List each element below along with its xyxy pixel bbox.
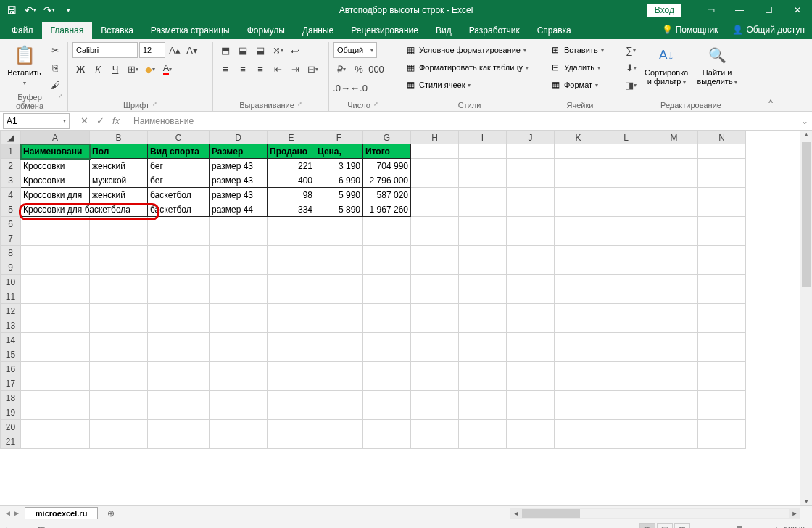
cell[interactable]: бег bbox=[148, 173, 210, 188]
cell[interactable] bbox=[268, 289, 315, 304]
cell[interactable] bbox=[602, 347, 650, 362]
cell[interactable] bbox=[411, 260, 459, 275]
cell[interactable] bbox=[210, 304, 268, 318]
cell[interactable] bbox=[90, 434, 148, 449]
cell[interactable] bbox=[21, 231, 90, 246]
font-color-icon[interactable]: A bbox=[160, 61, 175, 77]
cell[interactable] bbox=[21, 391, 90, 405]
cell[interactable] bbox=[363, 434, 411, 449]
cell[interactable]: 3 190 bbox=[315, 159, 363, 173]
cell[interactable]: Цена, bbox=[315, 144, 363, 159]
dialog-launcher-icon[interactable]: ⤢ bbox=[373, 101, 378, 110]
name-box[interactable]: A1▾ bbox=[3, 113, 70, 129]
cell[interactable] bbox=[90, 362, 148, 376]
cell[interactable] bbox=[411, 420, 459, 434]
cell[interactable] bbox=[363, 289, 411, 304]
cell[interactable] bbox=[411, 188, 459, 202]
cell[interactable] bbox=[507, 304, 555, 318]
maximize-icon[interactable]: ☐ bbox=[754, 0, 783, 20]
cell[interactable] bbox=[555, 173, 602, 188]
sheet-tab[interactable]: microexcel.ru bbox=[25, 507, 99, 519]
cell[interactable]: Размер bbox=[210, 144, 268, 159]
cell[interactable] bbox=[148, 246, 210, 260]
cell[interactable] bbox=[363, 231, 411, 246]
orientation-icon[interactable]: ⤭ bbox=[270, 42, 286, 58]
row-header[interactable]: 9 bbox=[1, 260, 21, 275]
qa-customize-icon[interactable]: ▾ bbox=[59, 1, 77, 19]
cell[interactable] bbox=[268, 347, 315, 362]
zoom-in-icon[interactable]: + bbox=[774, 525, 779, 529]
cell[interactable]: баскетбол bbox=[148, 188, 210, 202]
cell[interactable] bbox=[411, 376, 459, 391]
cell[interactable]: размер 43 bbox=[210, 188, 268, 202]
cell[interactable] bbox=[315, 391, 363, 405]
cell[interactable] bbox=[268, 275, 315, 289]
align-left-icon[interactable]: ≡ bbox=[218, 61, 233, 77]
save-icon[interactable]: 🖫 bbox=[3, 1, 20, 19]
cell[interactable] bbox=[148, 304, 210, 318]
cell[interactable] bbox=[268, 434, 315, 449]
cell[interactable] bbox=[411, 173, 459, 188]
column-header[interactable]: A bbox=[21, 131, 90, 144]
cell[interactable] bbox=[315, 376, 363, 391]
cell[interactable] bbox=[315, 289, 363, 304]
row-header[interactable]: 13 bbox=[1, 318, 21, 333]
cell[interactable] bbox=[268, 304, 315, 318]
cell[interactable] bbox=[148, 362, 210, 376]
collapse-ribbon-icon[interactable]: ^ bbox=[763, 42, 778, 111]
cell[interactable] bbox=[363, 318, 411, 333]
cell[interactable] bbox=[268, 231, 315, 246]
cell[interactable] bbox=[602, 202, 650, 217]
align-right-icon[interactable]: ≡ bbox=[252, 61, 268, 77]
row-header[interactable]: 3 bbox=[1, 173, 21, 188]
cell[interactable] bbox=[459, 260, 507, 275]
paste-button[interactable]: 📋 Вставить bbox=[4, 42, 44, 88]
cell[interactable] bbox=[698, 304, 746, 318]
cell[interactable] bbox=[411, 405, 459, 420]
bold-button[interactable]: Ж bbox=[72, 61, 88, 77]
cell[interactable] bbox=[315, 304, 363, 318]
format-cells-button[interactable]: ▦Формат bbox=[547, 77, 601, 93]
cell[interactable] bbox=[650, 289, 698, 304]
clear-icon[interactable]: ◨ bbox=[623, 77, 639, 93]
cell[interactable]: женский bbox=[90, 159, 148, 173]
underline-button[interactable]: Ч bbox=[107, 61, 123, 77]
tab-insert[interactable]: Вставка bbox=[92, 22, 142, 39]
copy-icon[interactable]: ⎘ bbox=[47, 59, 63, 75]
cell[interactable] bbox=[148, 376, 210, 391]
cell[interactable] bbox=[411, 304, 459, 318]
cell[interactable] bbox=[315, 231, 363, 246]
cell[interactable] bbox=[602, 275, 650, 289]
view-page-layout-icon[interactable]: ▤ bbox=[657, 523, 673, 529]
column-header[interactable]: G bbox=[363, 131, 411, 144]
cell[interactable] bbox=[315, 260, 363, 275]
cell[interactable] bbox=[555, 159, 602, 173]
cell[interactable] bbox=[148, 391, 210, 405]
cell[interactable] bbox=[411, 231, 459, 246]
format-as-table-button[interactable]: ▦Форматировать как таблицу bbox=[402, 59, 531, 75]
cell[interactable] bbox=[555, 376, 602, 391]
cell[interactable] bbox=[148, 434, 210, 449]
font-size-input[interactable] bbox=[139, 42, 165, 58]
align-top-icon[interactable]: ⬒ bbox=[218, 42, 233, 58]
cell[interactable]: Кроссовки для баскетбола bbox=[21, 202, 90, 217]
cell[interactable] bbox=[507, 420, 555, 434]
cell[interactable] bbox=[411, 362, 459, 376]
merge-icon[interactable]: ⊟ bbox=[304, 61, 320, 77]
cell[interactable] bbox=[602, 391, 650, 405]
cell[interactable] bbox=[602, 304, 650, 318]
cell[interactable] bbox=[268, 420, 315, 434]
cell[interactable] bbox=[459, 304, 507, 318]
cell[interactable] bbox=[650, 434, 698, 449]
cell[interactable] bbox=[650, 144, 698, 159]
cell[interactable] bbox=[650, 420, 698, 434]
row-header[interactable]: 2 bbox=[1, 159, 21, 173]
cell[interactable] bbox=[650, 333, 698, 347]
cell[interactable] bbox=[411, 289, 459, 304]
cell[interactable]: 1 967 260 bbox=[363, 202, 411, 217]
cell[interactable] bbox=[507, 188, 555, 202]
cell[interactable] bbox=[90, 304, 148, 318]
cell[interactable] bbox=[507, 347, 555, 362]
formula-input[interactable]: Наименование bbox=[128, 116, 798, 126]
find-select-button[interactable]: 🔍 Найти и выделить bbox=[694, 42, 740, 88]
